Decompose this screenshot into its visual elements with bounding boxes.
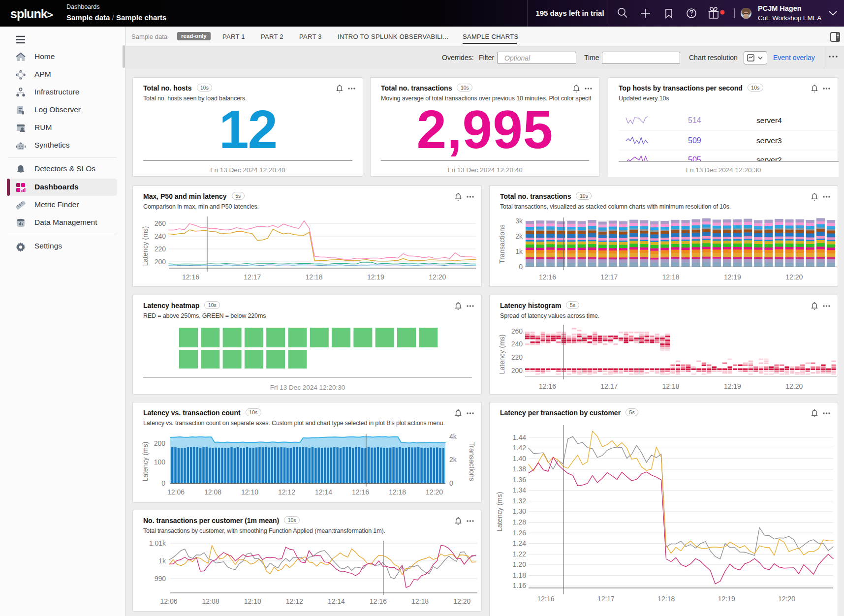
svg-text:12:20: 12:20 (429, 273, 446, 281)
svg-text:12:18: 12:18 (662, 382, 680, 390)
svg-text:0: 0 (449, 479, 453, 487)
svg-text:100: 100 (154, 458, 166, 466)
svg-text:Fri 13 Dec 2024 12:20:30: Fri 13 Dec 2024 12:20:30 (270, 384, 345, 391)
svg-text:server4: server4 (756, 116, 782, 124)
svg-text:12:19: 12:19 (724, 382, 741, 390)
svg-text:Fri 13 Dec 2024 12:20:30: Fri 13 Dec 2024 12:20:30 (686, 166, 761, 174)
svg-text:12:08: 12:08 (204, 488, 221, 496)
svg-text:12:20: 12:20 (785, 382, 803, 390)
svg-text:1k: 1k (515, 247, 523, 255)
svg-text:4k: 4k (449, 432, 457, 440)
svg-text:1k: 1k (158, 557, 166, 565)
svg-text:509: 509 (688, 136, 701, 145)
svg-text:240: 240 (511, 340, 523, 348)
svg-text:1.38: 1.38 (513, 465, 526, 473)
svg-text:12:10: 12:10 (241, 488, 258, 496)
svg-text:1.26: 1.26 (513, 529, 526, 537)
svg-text:1.40: 1.40 (513, 455, 526, 462)
svg-text:12:18: 12:18 (657, 595, 675, 603)
svg-text:1.34: 1.34 (513, 486, 526, 494)
svg-text:200: 200 (511, 367, 523, 374)
svg-text:12:06: 12:06 (167, 488, 185, 496)
svg-text:12:18: 12:18 (662, 273, 680, 281)
svg-text:12:19: 12:19 (724, 273, 741, 281)
svg-text:12:20: 12:20 (426, 488, 443, 496)
svg-text:240: 240 (155, 232, 166, 240)
svg-text:12:16: 12:16 (370, 597, 387, 605)
svg-text:1.01k: 1.01k (149, 539, 166, 547)
svg-text:12:08: 12:08 (202, 597, 219, 605)
svg-text:12:17: 12:17 (597, 595, 615, 603)
svg-text:12:14: 12:14 (315, 488, 332, 496)
svg-text:514: 514 (688, 116, 701, 124)
svg-text:1.42: 1.42 (513, 444, 526, 452)
svg-text:12:16: 12:16 (182, 273, 199, 281)
svg-text:Latency (ms): Latency (ms) (141, 226, 149, 266)
svg-text:12:18: 12:18 (389, 488, 406, 496)
svg-text:1.24: 1.24 (513, 539, 526, 547)
svg-text:Transactions: Transactions (468, 442, 476, 481)
svg-text:12:12: 12:12 (286, 597, 303, 605)
svg-text:0: 0 (519, 263, 523, 271)
svg-text:12:20: 12:20 (778, 595, 795, 603)
svg-text:1.22: 1.22 (513, 550, 526, 558)
svg-text:12:17: 12:17 (600, 382, 618, 390)
svg-text:220: 220 (155, 245, 166, 253)
svg-text:1.28: 1.28 (513, 518, 526, 526)
svg-text:Latency (ms): Latency (ms) (141, 442, 149, 482)
svg-text:12:12: 12:12 (278, 488, 295, 496)
svg-text:12:06: 12:06 (160, 597, 177, 605)
svg-text:12:16: 12:16 (537, 595, 554, 603)
svg-text:1.30: 1.30 (513, 507, 526, 515)
svg-text:12:19: 12:19 (718, 595, 735, 603)
svg-text:12:19: 12:19 (367, 273, 384, 281)
svg-text:1.44: 1.44 (513, 433, 526, 441)
svg-text:12:14: 12:14 (328, 597, 345, 605)
svg-text:12:18: 12:18 (411, 597, 429, 605)
svg-text:260: 260 (511, 327, 523, 335)
svg-text:260: 260 (155, 219, 166, 227)
svg-text:2k: 2k (449, 456, 457, 463)
svg-text:Latency (ms): Latency (ms) (496, 492, 503, 532)
svg-text:12:20: 12:20 (453, 597, 470, 605)
svg-text:1.16: 1.16 (513, 582, 526, 589)
svg-text:1.18: 1.18 (513, 571, 526, 579)
svg-text:Latency (ms): Latency (ms) (498, 335, 506, 374)
svg-text:990: 990 (155, 575, 166, 583)
svg-text:12:16: 12:16 (539, 273, 556, 281)
svg-text:1.32: 1.32 (513, 497, 526, 505)
svg-text:220: 220 (511, 353, 523, 361)
svg-text:12:17: 12:17 (600, 273, 618, 281)
svg-text:12:16: 12:16 (352, 488, 369, 496)
svg-text:12:18: 12:18 (306, 273, 323, 281)
svg-text:server3: server3 (756, 136, 782, 145)
svg-text:1.20: 1.20 (513, 560, 526, 568)
svg-text:3k: 3k (515, 217, 523, 225)
svg-text:12:16: 12:16 (539, 382, 556, 390)
svg-text:12:20: 12:20 (785, 273, 803, 281)
svg-text:2k: 2k (515, 232, 523, 240)
svg-text:200: 200 (155, 258, 166, 266)
svg-text:0: 0 (161, 479, 165, 487)
svg-text:1.36: 1.36 (513, 476, 526, 484)
svg-text:200: 200 (154, 439, 166, 447)
svg-text:12:17: 12:17 (244, 273, 261, 281)
svg-text:Transactions: Transactions (498, 224, 506, 264)
svg-text:12:10: 12:10 (244, 597, 261, 605)
